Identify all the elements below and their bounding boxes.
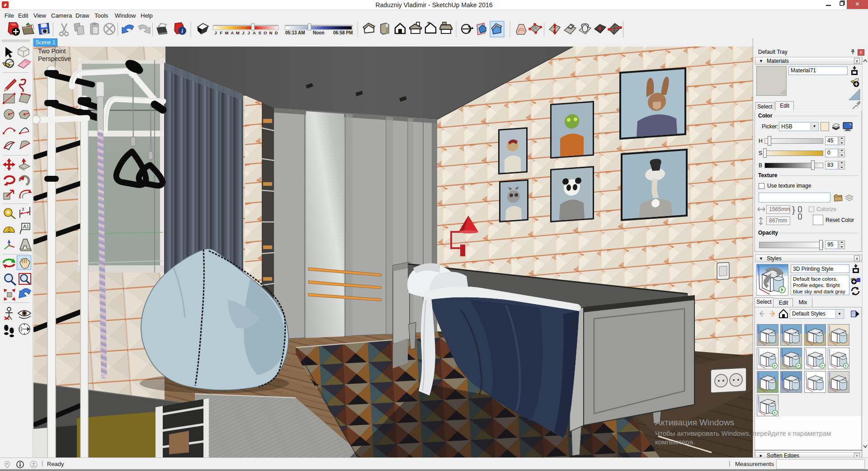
svg-text:J: J — [214, 30, 217, 35]
svg-text:O: O — [264, 30, 267, 35]
svg-text:F: F — [220, 30, 222, 35]
svg-text:M: M — [236, 30, 240, 35]
svg-text:J: J — [248, 30, 250, 35]
svg-text:Two Point: Two Point — [38, 47, 66, 55]
svg-text:M: M — [225, 30, 228, 35]
svg-text:Noon: Noon — [313, 30, 325, 35]
svg-text:A1: A1 — [23, 224, 29, 229]
svg-text:D: D — [275, 30, 278, 35]
svg-text:A: A — [253, 30, 256, 35]
svg-text:06:58 PM: 06:58 PM — [333, 30, 353, 35]
svg-text:J: J — [242, 30, 244, 35]
svg-text:Perspective: Perspective — [38, 55, 71, 62]
svg-text:N: N — [269, 30, 273, 35]
svg-text:S: S — [258, 30, 261, 35]
svg-text:3: 3 — [22, 207, 24, 212]
svg-text:i: i — [181, 28, 183, 34]
svg-text:A: A — [231, 30, 234, 35]
svg-text:05:13 AM: 05:13 AM — [285, 30, 305, 35]
